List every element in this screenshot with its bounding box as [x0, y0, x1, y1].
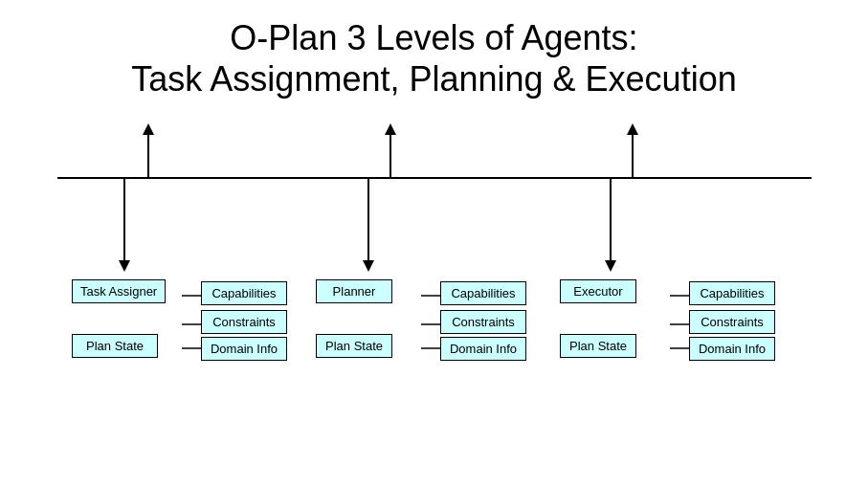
task-assigner-capabilities-box: Capabilities: [201, 281, 287, 305]
title-area: O-Plan 3 Levels of Agents: Task Assignme…: [0, 0, 868, 109]
task-assigner-domain-info-box: Domain Info: [201, 337, 287, 361]
planner-box: Planner: [316, 279, 392, 303]
planner-constraints-box: Constraints: [440, 310, 526, 334]
title-line2: Task Assignment, Planning & Execution: [0, 58, 868, 100]
task-assigner-plan-state-box: Plan State: [72, 334, 158, 358]
title-line1: O-Plan 3 Levels of Agents:: [0, 17, 868, 58]
svg-marker-4: [143, 123, 154, 135]
task-assigner-box: Task Assigner: [72, 279, 166, 303]
executor-plan-state-box: Plan State: [560, 334, 636, 358]
svg-marker-10: [605, 260, 616, 272]
executor-constraints-box: Constraints: [689, 310, 775, 334]
executor-domain-info-box: Domain Info: [689, 337, 775, 361]
executor-box: Executor: [560, 279, 636, 303]
svg-marker-6: [363, 260, 374, 272]
svg-marker-2: [119, 260, 130, 272]
planner-plan-state-box: Plan State: [316, 334, 392, 358]
svg-marker-8: [385, 123, 396, 135]
svg-marker-12: [627, 123, 638, 135]
planner-domain-info-box: Domain Info: [440, 337, 526, 361]
task-assigner-constraints-box: Constraints: [201, 310, 287, 334]
planner-capabilities-box: Capabilities: [440, 281, 526, 305]
diagram-area: Task Assigner Plan State Capabilities Co…: [0, 119, 868, 444]
executor-capabilities-box: Capabilities: [689, 281, 775, 305]
